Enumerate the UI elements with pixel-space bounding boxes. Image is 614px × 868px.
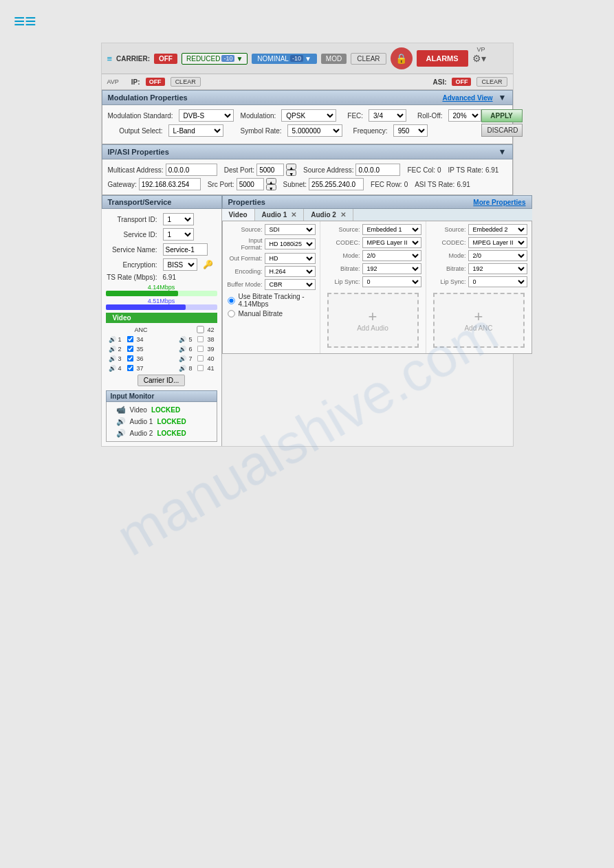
nominal-button[interactable]: NOMINAL -10 ▼ (252, 54, 316, 64)
roll-off-select[interactable]: 20% (448, 109, 481, 122)
encryption-select[interactable]: BISS (163, 258, 197, 271)
video-input-format-row: Input Format: HD 1080i25 (227, 237, 316, 251)
top-bar: ≡ CARRIER: OFF REDUCED -10 ▼ NOMINAL -10… (102, 43, 513, 74)
dest-port-input[interactable] (256, 164, 284, 176)
asi-off-button[interactable]: OFF (452, 78, 471, 86)
source-addr-input[interactable] (355, 164, 400, 176)
service-id-select[interactable]: 1 (163, 228, 194, 241)
source-addr-label: Source Address: (303, 166, 353, 174)
transport-id-select[interactable]: 1 (163, 213, 194, 225)
output-select[interactable]: L-Band (168, 124, 223, 137)
collapse-ipasi-icon[interactable]: ▼ (498, 147, 507, 157)
pid-check1[interactable] (127, 336, 133, 342)
modulation-select[interactable]: QPSK (281, 109, 336, 122)
subnet-input[interactable] (309, 178, 364, 190)
src-port-down[interactable]: ▼ (266, 184, 276, 190)
dest-port-down[interactable]: ▼ (286, 170, 296, 176)
ip-off-button[interactable]: OFF (146, 78, 165, 86)
standard-select[interactable]: DVB-S (179, 109, 234, 122)
tab-video[interactable]: Video (222, 209, 255, 221)
lock-button[interactable]: 🔒 (391, 47, 413, 69)
reduced-value: -10 (221, 55, 234, 62)
audio2-mode-select[interactable]: 2/0 (468, 250, 527, 261)
fec-select[interactable]: 3/4 (369, 109, 406, 122)
pid-check8[interactable] (197, 365, 204, 371)
speaker-icon2: 🔊 (109, 346, 116, 353)
bitrate-use-radio[interactable] (228, 297, 234, 304)
tab-audio1[interactable]: Audio 1 ✕ (255, 209, 305, 221)
audio1-bitrate-select[interactable]: 192 (362, 263, 421, 274)
pid-check6[interactable] (197, 346, 204, 352)
video-source-label: Source: (227, 226, 263, 233)
pid-check4[interactable] (127, 365, 133, 371)
alarms-button[interactable]: ALARMS (417, 50, 468, 67)
tab-audio2[interactable]: Audio 2 ✕ (304, 209, 353, 221)
audio1-monitor-row: 🔊 Audio 1 LOCKED (111, 416, 212, 427)
collapse-icon[interactable]: ▼ (498, 93, 507, 102)
video-buffer-select[interactable]: CBR (265, 279, 316, 290)
audio1-lipsync-select[interactable]: 0 (362, 276, 421, 287)
audio2-monitor-label: Audio 2 (130, 430, 153, 437)
add-audio-box[interactable]: + Add Audio (327, 293, 419, 348)
bitrate-manual-radio[interactable] (228, 310, 234, 317)
reduced-button[interactable]: REDUCED -10 ▼ (182, 53, 248, 65)
audio2-source-select[interactable]: Embedded 2 (468, 224, 527, 235)
settings-button[interactable]: ⚙▾ (472, 53, 486, 64)
ip-clear-button[interactable]: CLEAR (171, 77, 201, 87)
advanced-view-link[interactable]: Advanced View (442, 94, 492, 102)
audio1-source-select[interactable]: Embedded 1 (362, 224, 421, 235)
transport-properties-area: Transport/Service Transport ID: 1 Servic… (102, 195, 513, 446)
apply-button[interactable]: APPLY (481, 109, 523, 122)
src-port-up[interactable]: ▲ (266, 178, 276, 184)
audio2-bitrate-row: Bitrate: 192 (430, 263, 527, 274)
standard-label: Modulation Standard: (108, 112, 173, 120)
audio2-lipsync-select[interactable]: 0 (468, 276, 527, 287)
anc-label: ANC (135, 326, 148, 333)
video-buffer-label: Buffer Mode: (227, 281, 263, 288)
src-port-input[interactable] (237, 178, 264, 190)
audio1-codec-select[interactable]: MPEG Layer II (362, 237, 421, 248)
anc-check1[interactable] (197, 326, 204, 333)
clear-button[interactable]: CLEAR (351, 53, 386, 65)
mod-button[interactable]: MOD (321, 54, 347, 64)
multicast-input[interactable] (166, 164, 217, 176)
video-input-format-select[interactable]: HD 1080i25 (265, 238, 316, 249)
audio1-codec-label: CODEC: (325, 239, 360, 246)
audio2-codec-select[interactable]: MPEG Layer II (468, 237, 527, 248)
video-tab-button[interactable]: Video (106, 313, 217, 323)
audio1-mode-select[interactable]: 2/0 (362, 250, 421, 261)
asi-clear-button[interactable]: CLEAR (476, 77, 507, 87)
frequency-select[interactable]: 950 (393, 124, 428, 137)
add-anc-box[interactable]: + Add ANC (433, 293, 525, 348)
pid-row-3: 🔊 3 36 🔊 7 40 (109, 354, 215, 363)
pid-check2[interactable] (127, 346, 133, 352)
bitrate-bar2-fill (106, 304, 186, 310)
audio2-bitrate-select[interactable]: 192 (468, 263, 527, 274)
pid-row-2: 🔊 2 35 🔊 6 39 (109, 344, 215, 353)
video-input-format-label: Input Format: (227, 237, 263, 251)
audio2-lipsync-label: Lip Sync: (430, 278, 466, 285)
pid-check7[interactable] (197, 355, 204, 361)
audio1-close-icon[interactable]: ✕ (291, 211, 296, 219)
video-encoding-select[interactable]: H.264 (265, 266, 316, 277)
video-source-select[interactable]: SDI (265, 224, 316, 235)
carrier-off-button[interactable]: OFF (154, 54, 177, 64)
dest-port-up[interactable]: ▲ (286, 164, 296, 170)
gateway-input[interactable] (139, 178, 201, 190)
fec-row-label: FEC Row: (371, 181, 402, 188)
audio1-lipsync-label: Lip Sync: (325, 278, 360, 285)
symbol-rate-select[interactable]: 5.000000 (287, 124, 342, 137)
nominal-label: NOMINAL (257, 55, 289, 63)
audio2-close-icon[interactable]: ✕ (340, 211, 346, 219)
carrier-id-button[interactable]: Carrier ID... (138, 375, 186, 386)
pid-check3[interactable] (127, 355, 133, 361)
discard-button[interactable]: DISCARD (481, 124, 523, 137)
video-out-format-select[interactable]: HD (265, 253, 316, 264)
audio1-props: Source: Embedded 1 CODEC: MPEG Layer II … (320, 221, 426, 353)
more-props-link[interactable]: More Properties (473, 199, 525, 206)
modulation-section: Modulation Properties Advanced View ▼ Mo… (102, 90, 513, 144)
fec-label: FEC: (347, 112, 363, 120)
pid-check5[interactable] (197, 336, 204, 342)
ip-label: IP: (131, 78, 140, 86)
service-name-input[interactable] (163, 243, 208, 256)
